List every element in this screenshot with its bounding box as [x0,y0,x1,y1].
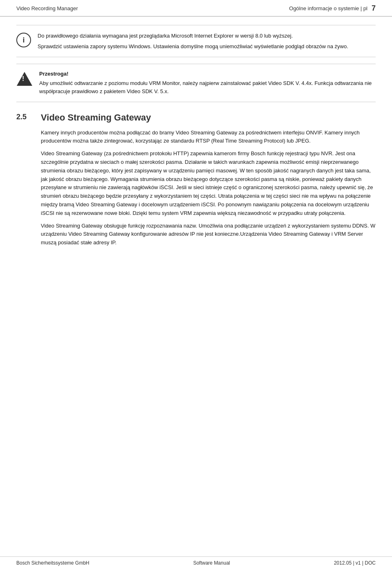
warning-icon [16,71,33,86]
page-number: 7 [372,4,376,13]
footer-manual: Software Manual [193,560,230,566]
section-title: Video Streaming Gateway [41,112,376,124]
footer-company: Bosch Sicherheitssysteme GmbH [16,560,89,566]
header-title: Video Recording Manager [16,5,78,11]
note-content: Do prawidłowego działania wymagana jest … [38,32,376,50]
page-footer: Bosch Sicherheitssysteme GmbH Software M… [0,556,392,566]
warning-title: Przestroga! [39,71,376,77]
footer-version: 2012.05 | v1 | DOC [334,560,376,566]
header-right: Ogólne informacje o systemie | pl 7 [289,4,376,13]
info-icon: i [16,33,31,47]
section-paragraph-1: Kamery innych producentów można podłącza… [41,129,376,146]
note-paragraph-2: Sprawdzić ustawienia zapory systemu Wind… [38,42,376,51]
warning-content: Przestroga! Aby umożliwić odtwarzanie z … [39,71,376,95]
warning-text: Aby umożliwić odtwarzanie z poziomu modu… [39,79,376,95]
header-section: Ogólne informacje o systemie | pl [289,5,368,11]
note-box: i Do prawidłowego działania wymagana jes… [16,25,376,57]
note-paragraph-1: Do prawidłowego działania wymagana jest … [38,32,376,40]
section-number: 2.5 [16,112,33,247]
section-body: Video Streaming Gateway Kamery innych pr… [41,112,376,247]
section-paragraph-3: Video Streaming Gateway obsługuje funkcj… [41,222,376,247]
warning-box: Przestroga! Aby umożliwić odtwarzanie z … [16,64,376,102]
main-content: i Do prawidłowego działania wymagana jes… [0,17,392,264]
page-header: Video Recording Manager Ogólne informacj… [0,0,392,17]
section-2-5: 2.5 Video Streaming Gateway Kamery innyc… [16,112,376,247]
section-paragraph-2: Video Streaming Gateway (za pośrednictwe… [41,150,376,217]
warning-triangle [17,72,32,86]
